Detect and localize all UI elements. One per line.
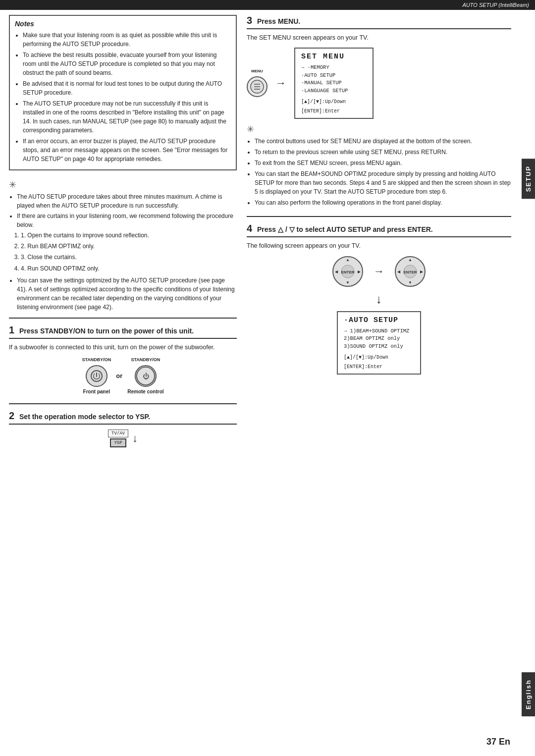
step1-diagram: STANDBY/ON Front panel or STANDBY/ON: [9, 357, 237, 394]
tip-item-1: The AUTO SETUP procedure takes about thr…: [17, 192, 237, 210]
step1-number: 1: [9, 324, 14, 335]
screen-item-2: ·MANUAL SETUP: [301, 79, 367, 87]
notes-item-2: To achieve the best results possible, ev…: [23, 51, 231, 77]
screen-title: SET MENU: [301, 53, 367, 61]
step3-tip-3: To exit from the SET MENU screen, press …: [255, 159, 511, 167]
svg-text:▼: ▼: [346, 280, 350, 285]
tip-list-2: You can save the settings optimized by t…: [9, 276, 237, 312]
step3-arrow: →: [275, 77, 286, 90]
svg-text:ENTER: ENTER: [341, 270, 354, 274]
svg-text:▲: ▲: [408, 258, 412, 262]
remote-button-icon: ⏻: [135, 365, 157, 387]
remote-block: STANDBY/ON ⏻ Remote control: [127, 357, 163, 394]
english-tab: English: [522, 672, 535, 716]
notes-title: Notes: [15, 20, 231, 28]
step3-header: 3 Press MENU.: [247, 15, 511, 29]
notes-item-5: If an error occurs, an error buzzer is p…: [23, 137, 231, 163]
step-2: 2 Set the operation mode selector to YSP…: [9, 410, 237, 447]
step2-number: 2: [9, 410, 14, 421]
svg-text:▼: ▼: [408, 280, 412, 285]
step-1: 1 Press STANDBY/ON to turn on the power …: [9, 324, 237, 394]
auto-setup-item-0: → 1)BEAM+SOUND OPTIMZ: [344, 327, 414, 335]
remote-standby-label: STANDBY/ON: [131, 357, 160, 362]
step4-down-arrow: ↓: [376, 292, 382, 306]
tip-ol-1: 1. Open the curtains to improve sound re…: [21, 231, 237, 240]
tip-ordered-list: 1. Open the curtains to improve sound re…: [9, 231, 237, 273]
right-column: 3 Press MENU. The SET MENU screen appear…: [247, 15, 511, 456]
svg-text:⏻: ⏻: [142, 372, 149, 379]
svg-text:ENTER: ENTER: [403, 270, 417, 274]
tip-icon-2: ✳: [247, 124, 511, 135]
front-panel-block: STANDBY/ON Front panel: [82, 357, 111, 394]
step4-body: The following screen appears on your TV.: [247, 241, 511, 251]
divider-1: [9, 318, 237, 319]
setup-tab: SETUP: [522, 159, 535, 199]
step3-title: Press MENU.: [257, 17, 300, 25]
step4-number: 4: [247, 223, 252, 234]
step4-title: Press △ / ▽ to select AUTO SETUP and pre…: [257, 225, 433, 233]
page-number: 37 En: [486, 737, 510, 747]
step3-tip-list: The control buttons used for SET MENU ar…: [247, 137, 511, 207]
enter-button-2: ENTER ▲ ▼ ◀ ▶: [394, 256, 426, 287]
enter-button-1: ENTER ▲ ▼ ◀ ▶: [332, 256, 364, 287]
step-3: 3 Press MENU. The SET MENU screen appear…: [247, 15, 511, 207]
tip-ol-2: 2. Run BEAM OPTIMZ only.: [21, 242, 237, 251]
divider-3: [247, 216, 511, 217]
step1-title: Press STANDBY/ON to turn on the power of…: [19, 327, 194, 335]
screen-item-0: → ·MEMORY: [301, 64, 367, 72]
svg-text:▶: ▶: [420, 270, 424, 274]
menu-device: MENU: [247, 69, 268, 97]
tip-ol-3: 3. Close the curtains.: [21, 253, 237, 262]
notes-item-1: Make sure that your listening room is as…: [23, 31, 231, 49]
step3-tip-2: To return to the previous screen while u…: [255, 148, 511, 157]
step4-arrow1: →: [374, 265, 384, 278]
step2-diagram: TV/AV YSP ↓: [9, 430, 237, 447]
tip-ol-4: 4. Run SOUND OPTIMZ only.: [21, 264, 237, 273]
selector-visual: TV/AV YSP: [108, 430, 128, 447]
step3-number: 3: [247, 15, 252, 26]
left-column: Notes Make sure that your listening room…: [9, 15, 237, 456]
step3-body: The SET MENU screen appears on your TV.: [247, 33, 511, 43]
svg-text:▶: ▶: [358, 270, 361, 274]
ysp-option: YSP: [110, 438, 126, 447]
tip-item-2: If there are curtains in your listening …: [17, 212, 237, 229]
standby-label: STANDBY/ON: [82, 357, 111, 362]
auto-setup-hint2: [ENTER]:Enter: [344, 364, 414, 370]
tip-icon-1: ✳: [9, 179, 237, 190]
notes-item-4: The AUTO SETUP procedure may not be run …: [23, 99, 231, 135]
step3-tip-1: The control buttons used for SET MENU ar…: [255, 137, 511, 146]
svg-text:◀: ◀: [335, 270, 338, 274]
step1-header: 1 Press STANDBY/ON to turn on the power …: [9, 324, 237, 339]
remote-sublabel: Remote control: [127, 389, 163, 394]
step2-title: Set the operation mode selector to YSP.: [19, 413, 150, 421]
screen-item-3: ·LANGUAGE SETUP: [301, 87, 367, 95]
divider-2: [9, 403, 237, 404]
auto-setup-item-2: 3)SOUND OPTIMZ only: [344, 343, 414, 351]
step4-row1: ENTER ▲ ▼ ◀ ▶ → ENTER: [332, 256, 426, 287]
screen-item-1: ·AUTO SETUP: [301, 72, 367, 80]
step-4: 4 Press △ / ▽ to select AUTO SETUP and p…: [247, 223, 511, 375]
screen-hint1: [▲]/[▼]:Up/Down: [301, 99, 367, 105]
set-menu-screen: SET MENU → ·MEMORY ·AUTO SETUP ·MANUAL S…: [294, 48, 374, 119]
step3-tip: ✳ The control buttons used for SET MENU …: [247, 124, 511, 207]
step4-header: 4 Press △ / ▽ to select AUTO SETUP and p…: [247, 223, 511, 237]
tip-section-1: ✳ The AUTO SETUP procedure takes about t…: [9, 179, 237, 312]
notes-item-3: Be advised that it is normal for loud te…: [23, 79, 231, 97]
auto-setup-hint1: [▲]/[▼]:Up/Down: [344, 355, 414, 360]
notes-box: Notes Make sure that your listening room…: [9, 15, 237, 170]
step3-diagram: MENU → SET MENU → ·MEMORY ·AUTO SE: [247, 48, 511, 119]
auto-setup-screen: ·AUTO SETUP → 1)BEAM+SOUND OPTIMZ 2)BEAM…: [337, 311, 421, 375]
selector-arrow: ↓: [132, 432, 138, 445]
tip-item-save: You can save the settings optimized by t…: [17, 276, 237, 312]
step3-tip-4: You can start the BEAM+SOUND OPTIMZ proc…: [255, 169, 511, 196]
menu-icon: [247, 76, 268, 97]
step2-header: 2 Set the operation mode selector to YSP…: [9, 410, 237, 425]
standby-button-icon: [86, 365, 107, 387]
header-title: AUTO SETUP (IntelliBeam): [463, 2, 529, 8]
auto-setup-item-1: 2)BEAM OPTIMZ only: [344, 335, 414, 343]
step3-tip-5: You can also perform the following opera…: [255, 198, 511, 207]
tvav-option: TV/AV: [108, 430, 128, 437]
or-text: or: [116, 372, 122, 379]
svg-text:▲: ▲: [346, 258, 350, 262]
page-header: AUTO SETUP (IntelliBeam): [0, 0, 535, 10]
